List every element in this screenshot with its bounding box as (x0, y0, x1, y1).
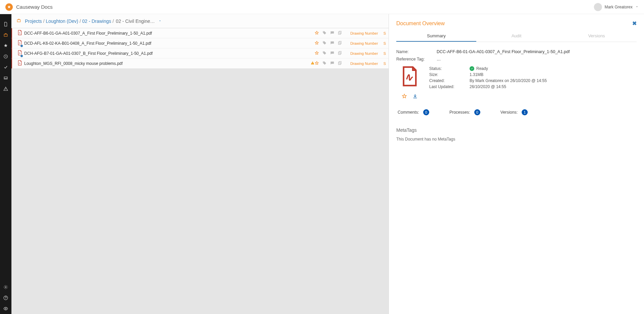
detail-panel: Document Overview ✖ Summary Audit Versio… (389, 14, 644, 314)
user-menu[interactable]: Mark Greatorex (594, 3, 639, 11)
comment-icon[interactable] (330, 51, 334, 56)
svg-rect-11 (339, 51, 341, 54)
tag-icon[interactable] (322, 31, 327, 36)
versions-count-badge[interactable]: 1 (522, 109, 528, 115)
chevron-down-icon (635, 4, 639, 9)
tab-versions[interactable]: Versions (557, 31, 637, 42)
pdf-icon (17, 60, 22, 67)
svg-rect-12 (338, 52, 341, 54)
breadcrumb-current[interactable]: 02 - Civil Engine… (116, 18, 155, 24)
name-value: DCC-AFF-B6-01-GA-A01-0307_A_First Floor_… (437, 49, 637, 54)
breadcrumb-separator: / (111, 18, 114, 24)
sync-badge-icon (20, 54, 23, 57)
comment-icon[interactable] (330, 41, 334, 46)
file-name: DCC-AFF-B6-01-GA-A01-0307_A_First Floor_… (24, 31, 315, 36)
pdf-icon (17, 40, 22, 46)
user-name-label: Mark Greatorex (605, 5, 633, 9)
left-sidebar (0, 14, 11, 314)
comment-icon[interactable] (330, 31, 334, 36)
file-row[interactable]: DCC-AFF-B6-01-GA-A01-0307_A_First Floor_… (11, 28, 389, 38)
pdf-large-icon (400, 66, 419, 88)
comment-icon[interactable] (330, 61, 334, 66)
nav-clock-icon[interactable] (0, 51, 11, 62)
row-truncated-link[interactable]: S (384, 62, 386, 66)
warning-icon (311, 61, 315, 66)
breadcrumb-link[interactable]: Loughton (Dev) (46, 18, 78, 24)
copy-icon[interactable] (338, 61, 342, 66)
detail-title: Document Overview (396, 21, 445, 27)
svg-rect-15 (338, 62, 341, 65)
file-row[interactable]: Loughton_MGS_RFI_0008_micky mouse proble… (11, 58, 389, 69)
svg-point-4 (323, 31, 324, 32)
reference-tag-value: … (437, 57, 637, 62)
row-actions (315, 31, 342, 36)
tag-icon[interactable] (322, 41, 327, 46)
drawing-number-link[interactable]: Drawing Number (350, 31, 378, 35)
size-label: Size: (429, 72, 470, 77)
breadcrumb-link[interactable]: Projects (25, 18, 42, 24)
file-row[interactable]: DCD-AFL-K6-02-KA-B01-0408_A_First Floor_… (11, 38, 389, 48)
status-value: Ready (476, 66, 488, 71)
nav-settings-icon[interactable] (0, 282, 11, 292)
comments-count-badge[interactable]: 0 (423, 109, 429, 115)
favorite-button[interactable] (402, 93, 407, 100)
download-button[interactable] (412, 93, 418, 100)
svg-rect-9 (338, 42, 341, 44)
row-truncated-link[interactable]: S (384, 51, 386, 55)
nav-inbox-icon[interactable] (0, 73, 11, 83)
svg-point-1 (5, 286, 6, 288)
tag-icon[interactable] (322, 51, 327, 56)
svg-point-3 (5, 308, 6, 309)
copy-icon[interactable] (338, 41, 342, 46)
nav-eye-icon[interactable] (0, 303, 11, 314)
nav-briefcase-icon[interactable] (0, 30, 11, 40)
size-value: 1.31MB (470, 72, 637, 77)
drawing-number-link[interactable]: Drawing Number (350, 51, 378, 55)
file-name: DCH-AFG-B7-01-GA-A01-0307_B_First Floor_… (24, 51, 315, 56)
processes-count-badge[interactable]: 0 (474, 109, 480, 115)
nav-help-icon[interactable] (0, 292, 11, 303)
breadcrumb-link[interactable]: 02 - Drawings (82, 18, 111, 24)
tab-summary[interactable]: Summary (396, 31, 476, 42)
file-list-panel: Projects / Loughton (Dev) / 02 - Drawing… (11, 14, 389, 314)
file-name: DCD-AFL-K6-02-KA-B01-0408_A_First Floor_… (24, 41, 315, 46)
copy-icon[interactable] (338, 31, 342, 36)
star-icon[interactable] (315, 31, 319, 36)
breadcrumb-bar: Projects / Loughton (Dev) / 02 - Drawing… (11, 14, 389, 28)
nav-documents-icon[interactable] (0, 19, 11, 30)
star-icon[interactable] (315, 41, 319, 46)
status-label: Status: (429, 66, 470, 71)
reference-tag-label: Reference Tag: (396, 57, 437, 62)
star-icon[interactable] (315, 61, 319, 66)
detail-tabs: Summary Audit Versions (396, 31, 637, 42)
file-name: Loughton_MGS_RFI_0008_micky mouse proble… (24, 61, 309, 66)
svg-rect-6 (338, 32, 341, 34)
tab-audit[interactable]: Audit (476, 31, 556, 42)
top-header: Causeway Docs Mark Greatorex (0, 0, 644, 14)
close-icon[interactable]: ✖ (632, 20, 637, 27)
breadcrumb-separator: / (42, 18, 46, 24)
file-list: DCC-AFF-B6-01-GA-A01-0307_A_First Floor_… (11, 28, 389, 314)
row-actions (315, 51, 342, 56)
sync-badge-icon (20, 44, 23, 47)
created-value: By Mark Greatorex on 26/10/2020 @ 14:55 (470, 78, 637, 83)
nav-star-icon[interactable] (0, 40, 11, 51)
tag-icon[interactable] (322, 61, 327, 66)
drawing-number-link[interactable]: Drawing Number (350, 41, 378, 45)
breadcrumb-caret-icon[interactable] (158, 18, 162, 24)
copy-icon[interactable] (338, 51, 342, 56)
row-truncated-link[interactable]: S (384, 31, 386, 35)
row-truncated-link[interactable]: S (384, 41, 386, 45)
file-row[interactable]: DCH-AFG-B7-01-GA-A01-0307_B_First Floor_… (11, 48, 389, 58)
svg-point-7 (323, 41, 324, 42)
nav-check-icon[interactable] (0, 62, 11, 73)
created-label: Created: (429, 78, 470, 83)
processes-count-label: Processes: (449, 110, 470, 115)
app-title: Causeway Docs (16, 4, 52, 10)
drawing-number-link[interactable]: Drawing Number (350, 62, 378, 66)
svg-point-10 (323, 51, 324, 52)
metatags-empty-text: This Document has no MetaTags (396, 137, 637, 142)
nav-warning-icon[interactable] (0, 83, 11, 94)
star-icon[interactable] (315, 51, 319, 56)
comments-count-label: Comments: (398, 110, 419, 115)
